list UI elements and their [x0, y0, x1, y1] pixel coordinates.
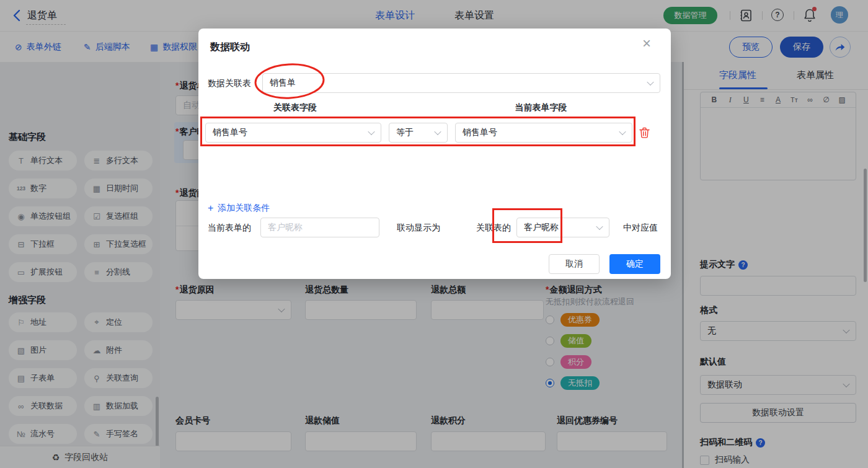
current-field-input[interactable]: 客户昵称	[260, 218, 379, 237]
modal-title: 数据联动	[210, 41, 250, 54]
confirm-button[interactable]: 确定	[609, 254, 660, 274]
input-placeholder: 客户昵称	[268, 222, 303, 233]
map-table-label: 关联表的	[476, 223, 511, 234]
relation-table-value: 销售单	[270, 77, 296, 89]
condition-operator-value: 等于	[396, 127, 414, 138]
plus-icon: +	[208, 203, 213, 214]
map-middle-label: 联动显示为	[397, 223, 440, 234]
form-designer-app: 退货单 表单设计 表单设置 数据管理 ? 理 ⊘ 表单外链 ✎ 后端脚本 ▦ 数…	[0, 0, 868, 468]
column-header-right: 当前表单字段	[502, 102, 580, 113]
condition-left-select[interactable]: 销售单号	[205, 123, 381, 143]
relation-table-label: 数据关联表	[208, 78, 251, 89]
column-header-left: 关联表字段	[258, 102, 332, 113]
data-linkage-modal: 数据联动 × 数据关联表 销售单 关联表字段 当前表单字段 销售单号 等于 销售…	[198, 29, 671, 279]
map-suffix-label: 中对应值	[623, 223, 658, 234]
delete-condition-icon[interactable]	[639, 127, 650, 138]
condition-right-select[interactable]: 销售单号	[455, 123, 632, 143]
map-prefix-label: 当前表单的	[208, 223, 251, 234]
condition-operator-select[interactable]: 等于	[389, 123, 448, 143]
relation-field-value: 客户昵称	[524, 222, 559, 233]
add-condition-link[interactable]: + 添加关联条件	[208, 203, 270, 214]
add-condition-label: 添加关联条件	[218, 203, 270, 214]
cancel-button[interactable]: 取消	[549, 254, 600, 274]
condition-right-value: 销售单号	[463, 127, 497, 138]
close-icon[interactable]: ×	[642, 36, 651, 51]
relation-field-select[interactable]: 客户昵称	[516, 218, 609, 237]
relation-table-select[interactable]: 销售单	[262, 73, 660, 93]
condition-left-value: 销售单号	[213, 127, 247, 138]
